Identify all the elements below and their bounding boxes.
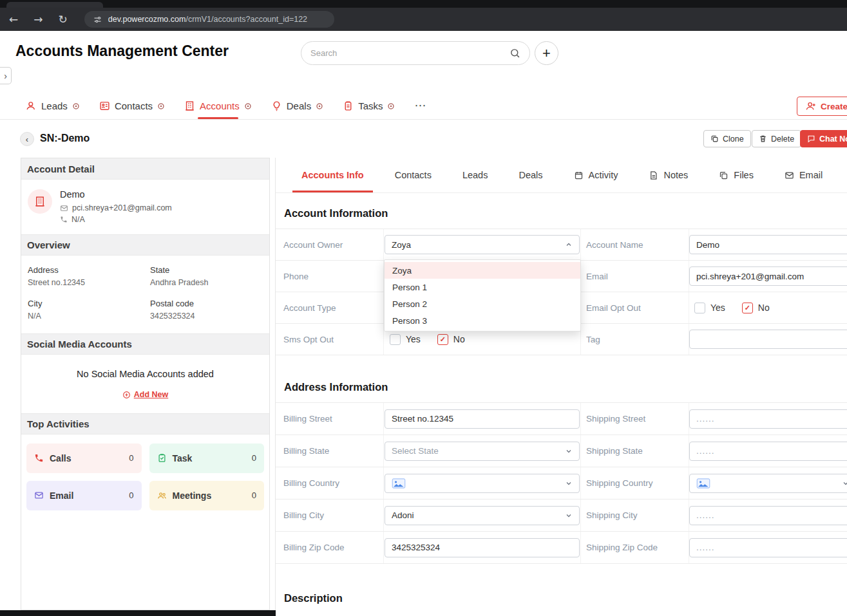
dropdown-option[interactable]: Person 2 [385,295,580,312]
envelope-icon [785,171,794,180]
accounts-icon [184,100,195,111]
billing-state-select[interactable]: Select State [385,442,580,461]
email-opt-out-no[interactable]: ✓No [742,303,770,313]
nav-item-accounts[interactable]: Accounts [184,92,252,119]
shipping-city-input[interactable] [689,506,847,525]
checkbox-unchecked[interactable] [694,303,705,313]
shipping-state-input[interactable] [689,442,847,461]
account-main-panel: Accounts Info Contacts Leads Deals Activ… [276,158,847,616]
description-title: Description [284,592,847,604]
social-media-header: Social Media Accounts [21,333,269,355]
target-icon[interactable] [387,102,395,110]
account-information-title: Account Information [284,207,847,219]
profile-phone: N/A [71,215,85,224]
overview-fields: Address Street no.12345 State Andhra Pra… [21,256,269,333]
browser-toolbar: ← → ↻ dev.powercozmo.com/crmV1/accounts?… [0,8,847,31]
checkbox-checked[interactable]: ✓ [437,334,448,345]
more-icon[interactable]: ⋯ [414,98,426,113]
account-name-input[interactable] [689,235,847,254]
calls-count: 0 [129,453,133,463]
browser-tab[interactable] [6,2,103,8]
tab-files[interactable]: Files [710,158,763,192]
quick-add-button[interactable]: + [535,41,558,65]
shipping-country-select[interactable] [689,474,847,493]
billing-zip-label: Billing Zip Code [276,532,384,563]
chat-notes-button[interactable]: Chat Not [800,130,847,147]
checkbox-checked[interactable]: ✓ [742,303,753,313]
nav-label: Contacts [115,100,153,111]
tab-accounts-info[interactable]: Accounts Info [292,158,373,192]
shipping-street-input[interactable] [689,409,847,429]
billing-zip-input[interactable] [385,538,580,557]
billing-street-input[interactable] [385,409,580,429]
email-input[interactable] [689,266,847,286]
meetings-card[interactable]: Meetings 0 [149,481,265,510]
nav-item-deals[interactable]: Deals [271,92,323,119]
dropdown-option[interactable]: Zoya [385,262,580,279]
add-circle-icon [122,391,131,399]
social-media-block: No Social Media Accounts added Add New [21,355,269,413]
billing-country-select[interactable] [385,474,580,493]
delete-button[interactable]: Delete [752,130,801,147]
tab-contacts[interactable]: Contacts [386,158,441,192]
tab-notes[interactable]: Notes [640,158,697,192]
email-count: 0 [129,490,133,500]
profile-name: Demo [60,189,172,200]
task-card[interactable]: Task 0 [149,443,265,473]
address-bar[interactable]: dev.powercozmo.com/crmV1/accounts?accoun… [84,11,334,28]
create-button[interactable]: Create [797,97,847,116]
delete-label: Delete [771,135,794,144]
search-icon[interactable] [509,48,520,59]
nav-label: Leads [41,100,68,111]
tab-leads[interactable]: Leads [453,158,497,192]
target-icon[interactable] [316,102,323,110]
sms-opt-out-no[interactable]: ✓No [437,334,465,345]
shipping-state-label: Shipping State [581,435,689,467]
files-icon [719,171,728,180]
billing-state-label: Billing State [276,435,384,467]
target-icon[interactable] [244,102,252,110]
nav-item-leads[interactable]: Leads [26,92,80,119]
calls-card[interactable]: Calls 0 [26,443,142,473]
billing-city-select[interactable]: Adoni [385,506,580,525]
sms-opt-out-yes[interactable]: Yes [390,334,421,345]
tag-label: Tag [581,324,689,355]
chevron-left-icon: ‹ [26,135,28,144]
site-settings-icon[interactable] [93,15,102,24]
back-button[interactable]: ‹ [20,132,34,146]
tab-deals[interactable]: Deals [509,158,551,192]
browser-tab-strip [0,0,847,8]
dropdown-option[interactable]: Person 1 [385,279,580,295]
add-new-link[interactable]: Add New [122,390,168,399]
tab-activity[interactable]: Activity [565,158,627,192]
person-plus-icon [806,101,816,111]
target-icon[interactable] [157,102,165,110]
search-input[interactable] [310,48,509,58]
account-owner-select[interactable]: Zoya [385,235,580,254]
tag-input[interactable] [689,330,847,349]
browser-refresh-icon[interactable]: ↻ [59,14,68,25]
checkbox-unchecked[interactable] [390,334,401,345]
meetings-count: 0 [252,490,256,500]
account-detail-header: Account Detail [21,158,269,180]
chevron-up-icon [565,241,573,248]
dropdown-option[interactable]: Person 3 [385,312,580,329]
app-window: ← → ↻ dev.powercozmo.com/crmV1/accounts?… [0,0,847,616]
nav-item-tasks[interactable]: Tasks [343,92,395,119]
browser-back-icon[interactable]: ← [9,14,18,25]
tasks-icon [343,100,354,111]
account-owner-label: Account Owner [276,229,384,260]
country-flag-image [696,478,710,489]
nav-item-contacts[interactable]: Contacts [99,92,165,119]
trash-icon [759,135,767,143]
browser-forward-icon[interactable]: → [33,14,43,25]
target-icon[interactable] [72,102,80,110]
email-opt-out-yes[interactable]: Yes [694,303,725,313]
nav-label: Tasks [358,100,383,111]
account-information-form: Account Owner Zoya Account Name Phone Em… [276,229,847,355]
tab-email[interactable]: Email [776,158,832,192]
clone-button[interactable]: Clone [703,130,751,147]
shipping-zip-input[interactable] [689,538,847,557]
email-card[interactable]: Email 0 [26,481,142,510]
panel-expand-button[interactable]: › [0,67,12,84]
